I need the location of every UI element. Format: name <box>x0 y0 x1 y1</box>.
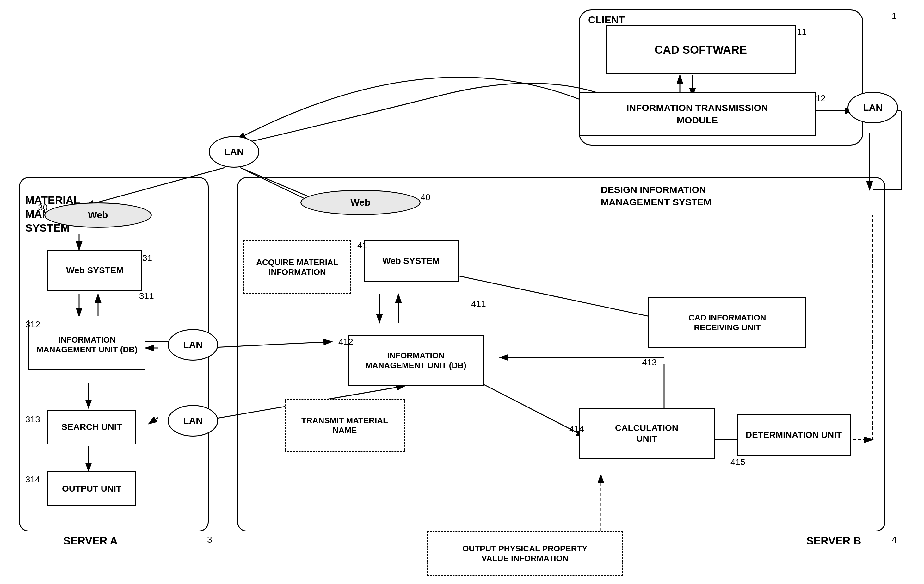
web-b-ellipse: Web <box>300 190 421 215</box>
info-transmission-ref: 12 <box>816 93 826 103</box>
calculation-unit-ref: 414 <box>569 424 584 434</box>
cad-info-receiving-box: CAD INFORMATION RECEIVING UNIT <box>648 298 806 348</box>
web-system-a-box: Web SYSTEM <box>48 250 142 291</box>
lan-top-right: LAN <box>848 92 898 123</box>
web-a-ref: 30 <box>38 202 48 213</box>
info-mgmt-a-ref-312: 312 <box>25 319 40 330</box>
web-system-b-ref: 41 <box>357 240 367 251</box>
info-mgmt-a-label: INFORMATION MANAGEMENT UNIT (DB) <box>36 335 137 355</box>
design-info-mgmt-text: DESIGN INFORMATION MANAGEMENT SYSTEM <box>601 184 711 207</box>
ref-413: 413 <box>642 357 657 367</box>
client-ref: 1 <box>892 11 897 21</box>
web-a-ellipse: Web <box>44 202 152 228</box>
client-label: CLIENT <box>588 14 625 26</box>
transmit-material-label: TRANSMIT MATERIAL NAME <box>301 416 388 435</box>
design-info-mgmt-label: DESIGN INFORMATION MANAGEMENT SYSTEM <box>601 184 711 208</box>
info-transmission-box: INFORMATION TRANSMISSION MODULE <box>579 92 816 136</box>
search-unit-box: SEARCH UNIT <box>48 410 136 445</box>
output-unit-ref: 314 <box>25 475 40 485</box>
determination-unit-box: DETERMINATION UNIT <box>737 414 851 455</box>
web-system-a-ref-311: 311 <box>139 291 154 301</box>
info-mgmt-b-label: INFORMATION MANAGEMENT UNIT (DB) <box>365 351 466 371</box>
calculation-unit-box: CALCULATION UNIT <box>579 408 714 459</box>
calculation-unit-label: CALCULATION UNIT <box>615 423 678 444</box>
output-unit-box: OUTPUT UNIT <box>48 472 136 506</box>
output-physical-label: OUTPUT PHYSICAL PROPERTY VALUE INFORMATI… <box>462 544 587 563</box>
cad-info-receiving-label: CAD INFORMATION RECEIVING UNIT <box>688 313 766 333</box>
determination-unit-ref: 415 <box>731 457 745 467</box>
lan-main: LAN <box>209 136 259 168</box>
output-physical-box: OUTPUT PHYSICAL PROPERTY VALUE INFORMATI… <box>427 531 623 576</box>
lan-bottom-left: LAN <box>168 405 218 437</box>
server-b-label: SERVER B <box>806 534 861 547</box>
web-b-ref: 40 <box>421 192 431 202</box>
server-b-container <box>237 177 885 531</box>
web-system-a-ref: 31 <box>142 253 152 263</box>
ref-411: 411 <box>471 299 486 309</box>
cad-software-box: CAD SOFTWARE <box>606 25 795 74</box>
info-mgmt-b-ref: 412 <box>338 337 353 347</box>
server-a-label: SERVER A <box>63 534 118 547</box>
info-mgmt-b-box: INFORMATION MANAGEMENT UNIT (DB) <box>348 335 484 386</box>
acquire-material-label: ACQUIRE MATERIAL INFORMATION <box>256 258 338 277</box>
cad-software-ref: 11 <box>797 27 807 37</box>
lan-left: LAN <box>168 329 218 361</box>
server-a-ref: 3 <box>207 534 212 545</box>
acquire-material-box: ACQUIRE MATERIAL INFORMATION <box>244 240 351 294</box>
search-unit-ref: 313 <box>25 414 40 425</box>
diagram: CLIENT 1 CAD SOFTWARE 11 INFORMATION TRA… <box>0 0 924 584</box>
info-transmission-label: INFORMATION TRANSMISSION MODULE <box>627 101 768 126</box>
transmit-material-box: TRANSMIT MATERIAL NAME <box>285 399 405 452</box>
info-mgmt-a-box: INFORMATION MANAGEMENT UNIT (DB) <box>28 319 145 370</box>
web-system-b-box: Web SYSTEM <box>364 240 459 281</box>
server-b-ref: 4 <box>892 534 897 545</box>
